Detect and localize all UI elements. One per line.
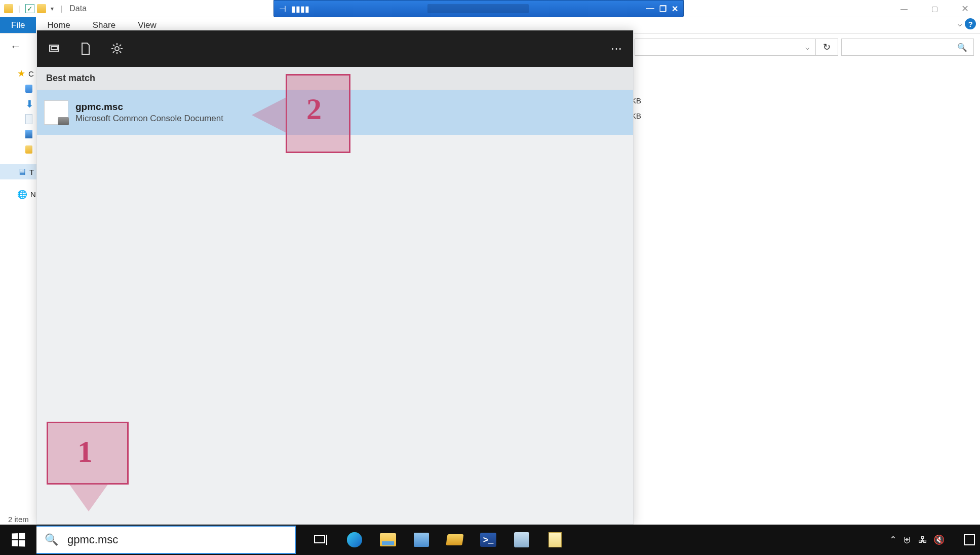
notepad-app-icon[interactable] — [544, 529, 566, 551]
sidebar-item[interactable] — [0, 127, 36, 142]
filter-icons — [47, 42, 124, 56]
remote-bar-left: ⊣ ▮▮▮▮ — [279, 4, 309, 14]
app-icon[interactable] — [444, 529, 466, 551]
svg-rect-3 — [315, 536, 325, 543]
quick-access[interactable]: ★C — [0, 66, 36, 81]
result-name: gpmc.msc — [75, 101, 223, 113]
label: T — [29, 168, 34, 176]
refresh-button[interactable]: ↻ — [815, 39, 838, 55]
remote-close-button[interactable]: ✕ — [672, 4, 678, 14]
remote-connection-bar[interactable]: ⊣ ▮▮▮▮ — ❐ ✕ — [273, 0, 684, 17]
help-button[interactable]: ? — [965, 18, 976, 29]
sidebar-item[interactable] — [0, 142, 36, 157]
tray-chevron-icon[interactable]: ⌃ — [889, 534, 897, 545]
minimize-button[interactable]: — — [889, 0, 919, 17]
system-tray: ⌃ ⛨ 🖧 🔇 — [889, 534, 980, 545]
folder-icon — [4, 4, 13, 13]
ribbon-collapse-icon[interactable]: ⌵ — [958, 20, 962, 28]
network-icon: 🌐 — [17, 189, 27, 199]
close-button[interactable]: ✕ — [950, 0, 980, 17]
edge-app-icon[interactable] — [343, 529, 366, 551]
remote-host-name — [427, 4, 529, 13]
separator: | — [58, 5, 65, 13]
document-icon — [25, 114, 32, 124]
callout-arrow-2: 2 — [286, 74, 350, 153]
app-icon[interactable] — [410, 529, 433, 551]
remote-controls: — ❐ ✕ — [646, 4, 678, 14]
label: C — [28, 69, 34, 78]
search-icon: 🔍 — [45, 533, 58, 546]
more-options-icon[interactable]: ⋯ — [611, 42, 623, 55]
svg-rect-1 — [51, 47, 57, 50]
window-controls: — ▢ ✕ — [889, 0, 980, 17]
powershell-app-icon[interactable]: >_ — [477, 529, 499, 551]
ribbon-right: ⌵ ? — [958, 18, 976, 29]
security-tray-icon[interactable]: ⛨ — [903, 535, 912, 545]
search-filter-bar: ⋯ — [37, 30, 633, 67]
start-button[interactable] — [0, 525, 36, 555]
action-center-icon[interactable] — [964, 534, 975, 545]
back-button[interactable]: ← — [5, 40, 26, 53]
svg-point-2 — [115, 47, 119, 51]
pin-icon[interactable]: ⊣ — [279, 4, 286, 14]
status-bar: 2 item — [0, 512, 29, 526]
windows-logo-icon — [12, 533, 25, 547]
quickaccess-dropdown[interactable]: ▾ — [49, 5, 56, 12]
label: N — [30, 190, 36, 199]
documents-filter-icon[interactable] — [79, 42, 93, 56]
volume-tray-icon[interactable]: 🔇 — [933, 534, 945, 545]
folder-icon — [25, 145, 32, 154]
sidebar-item[interactable] — [0, 81, 36, 96]
sidebar-item[interactable] — [0, 112, 36, 127]
this-pc[interactable]: 🖥T — [0, 164, 36, 179]
window-title: Data — [67, 4, 87, 13]
explorer-search-box[interactable]: 🔍 — [841, 39, 974, 56]
download-icon: ⬇ — [25, 99, 34, 109]
search-input[interactable] — [67, 533, 295, 546]
signal-icon: ▮▮▮▮ — [291, 4, 309, 14]
network[interactable]: 🌐N — [0, 187, 36, 202]
network-tray-icon[interactable]: 🖧 — [918, 535, 927, 545]
checkmark-icon[interactable]: ✓ — [25, 4, 34, 13]
nav-pane: ★C ⬇ 🖥T 🌐N — [0, 66, 36, 519]
separator: | — [16, 5, 23, 13]
taskbar-apps: >_ — [310, 529, 566, 551]
file-explorer-app-icon[interactable] — [377, 529, 399, 551]
task-view-button[interactable] — [310, 529, 332, 551]
file-tab[interactable]: File — [0, 17, 36, 33]
star-icon: ★ — [17, 68, 25, 79]
address-dropdown-icon[interactable]: ⌵ — [799, 43, 815, 51]
search-icon: 🔍 — [951, 43, 973, 52]
callout-arrow-1: 1 — [47, 422, 129, 485]
remote-restore-button[interactable]: ❐ — [659, 4, 667, 14]
pictures-icon — [25, 130, 32, 138]
result-subtitle: Microsoft Common Console Document — [75, 114, 223, 124]
svg-point-6 — [347, 532, 362, 547]
address-bar[interactable]: ⌵ ↻ — [635, 39, 838, 56]
taskbar-search-box[interactable]: 🔍 — [36, 526, 296, 554]
app-icon[interactable] — [511, 529, 533, 551]
pc-icon: 🖥 — [17, 167, 26, 177]
titlebar-left: | ✓ ▾ | Data — [0, 4, 87, 13]
msc-file-icon — [44, 100, 68, 125]
maximize-button[interactable]: ▢ — [919, 0, 950, 17]
folder-icon — [37, 4, 46, 13]
folder-icon — [25, 85, 32, 93]
remote-minimize-button[interactable]: — — [646, 4, 654, 14]
sidebar-item[interactable]: ⬇ — [0, 96, 36, 112]
callout-number: 1 — [77, 434, 93, 469]
result-text: gpmc.msc Microsoft Common Console Docume… — [75, 101, 223, 124]
callout-number: 2 — [306, 92, 322, 127]
taskbar: 🔍 >_ ⌃ ⛨ 🖧 🔇 — [0, 525, 980, 555]
apps-filter-icon[interactable] — [47, 42, 61, 56]
settings-filter-icon[interactable] — [110, 42, 124, 56]
